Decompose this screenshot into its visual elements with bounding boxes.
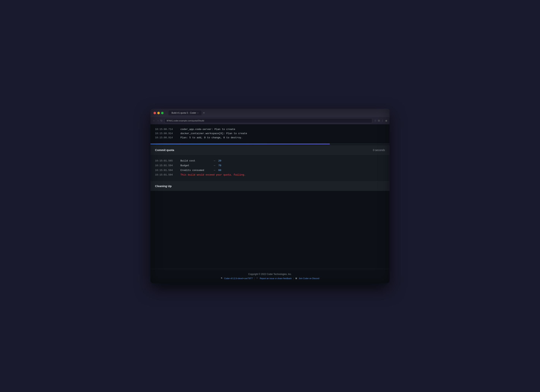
log-quota-error: 10:15:01.594 This build would exceed you… xyxy=(155,173,385,177)
budget-dash: — xyxy=(214,164,215,167)
commit-quota-title: Commit quota xyxy=(155,148,174,152)
address-bar: ← → ↻ 9FAA1.coder.example.com/quota/5/bu… xyxy=(150,117,390,124)
log-msg-credits: Credits consumed — 60 xyxy=(180,168,221,173)
log-message-2: docker_container.workspace[0]: Plan to c… xyxy=(180,131,247,136)
separator-2: | xyxy=(293,277,294,280)
close-button[interactable] xyxy=(154,112,156,114)
log-msg-build-cost: Build cost — 20 xyxy=(180,159,221,163)
footer-copyright: Copyright © 2022 Coder Technologies, Inc… xyxy=(154,273,386,276)
log-timestamp-1: 10:15:00.714 xyxy=(155,127,176,131)
separator-1: | xyxy=(254,277,255,280)
credits-dash: — xyxy=(214,169,215,172)
log-msg-error: This build would exceed your quota. Fail… xyxy=(180,173,245,177)
nav-buttons: ← → ↻ xyxy=(153,119,163,122)
active-tab[interactable]: Build #1 quota 5 - Coder × xyxy=(169,111,201,115)
version-link[interactable]: Coder v0.12.6-devel+cee73f77 xyxy=(224,277,253,280)
log-message-1: coder_app.code-server: Plan to create xyxy=(180,127,235,131)
credits-value: 60 xyxy=(218,169,221,172)
log-credits-consumed: 10:15:01.594 Credits consumed — 60 xyxy=(155,168,385,173)
extension-icon[interactable]: ⧉ xyxy=(378,119,380,122)
cleaning-up-title: Cleaning Up xyxy=(155,184,172,188)
url-text: 9FAA1.coder.example.com/quota/5/build xyxy=(167,120,204,122)
build-cost-label: Build cost xyxy=(180,159,211,163)
commit-quota-header: Commit quota 0 seconds xyxy=(150,145,390,155)
log-msg-budget: Budget — 70 xyxy=(180,163,221,168)
commit-quota-duration: 0 seconds xyxy=(373,149,385,152)
issue-link[interactable]: Report an issue or share feedback xyxy=(260,277,292,280)
tab-close-icon[interactable]: × xyxy=(197,112,199,114)
footer-links: ⚑ Coder v0.12.6-devel+cee73f77 | ⚐ Repor… xyxy=(154,277,386,280)
build-cost-value: 20 xyxy=(218,159,221,162)
footer: Copyright © 2022 Coder Technologies, Inc… xyxy=(150,269,390,283)
content-spacer xyxy=(150,191,390,269)
terminal-log: 10:15:00.714 coder_app.code-server: Plan… xyxy=(150,124,390,143)
discord-link[interactable]: Join Coder on Discord xyxy=(299,277,319,280)
progress-fill xyxy=(150,144,330,144)
progress-bar-container xyxy=(150,143,390,145)
tab-area: Build #1 quota 5 - Coder × + xyxy=(169,111,386,115)
cleaning-up-section: Cleaning Up xyxy=(150,181,390,191)
credits-label: Credits consumed xyxy=(180,168,211,173)
log-message-3: Plan: 5 to add, 0 to change, 0 to destro… xyxy=(180,136,243,140)
log-line-2: 10:15:00.914 docker_container.workspace[… xyxy=(155,131,385,136)
menu-icon[interactable]: ⋮ xyxy=(381,119,384,122)
url-bar[interactable]: 9FAA1.coder.example.com/quota/5/build xyxy=(165,118,372,123)
commit-quota-section: Commit quota 0 seconds 10:15:01.565 Buil… xyxy=(150,145,390,181)
traffic-lights xyxy=(154,112,164,114)
log-ts-budget: 10:15:01.594 xyxy=(155,163,176,168)
new-tab-button[interactable]: + xyxy=(203,111,205,115)
issue-icon: ⚐ xyxy=(256,277,258,280)
build-cost-dash: — xyxy=(214,159,215,162)
toolbar-icons: ☆ ⧉ ⋮ ◉ xyxy=(374,119,387,122)
version-icon: ⚑ xyxy=(221,277,223,280)
log-timestamp-3: 10:15:00.914 xyxy=(155,136,176,140)
log-timestamp-2: 10:15:00.914 xyxy=(155,131,176,136)
bookmark-icon[interactable]: ☆ xyxy=(374,119,376,122)
log-line-3: 10:15:00.914 Plan: 5 to add, 0 to change… xyxy=(155,136,385,140)
main-content: 10:15:00.714 coder_app.code-server: Plan… xyxy=(150,124,390,283)
reload-button[interactable]: ↻ xyxy=(160,119,163,122)
budget-label: Budget xyxy=(180,163,211,168)
back-button[interactable]: ← xyxy=(153,119,155,122)
discord-icon: ▣ xyxy=(295,277,297,280)
browser-window: Build #1 quota 5 - Coder × + ← → ↻ 9FAA1… xyxy=(150,109,390,283)
log-line-1: 10:15:00.714 coder_app.code-server: Plan… xyxy=(155,127,385,131)
minimize-button[interactable] xyxy=(157,112,160,114)
profile-icon[interactable]: ◉ xyxy=(385,119,387,122)
tab-title: Build #1 quota 5 - Coder xyxy=(171,111,196,114)
log-build-cost: 10:15:01.565 Build cost — 20 xyxy=(155,159,385,163)
log-ts-credits: 10:15:01.594 xyxy=(155,168,176,173)
log-budget: 10:15:01.594 Budget — 70 xyxy=(155,163,385,168)
title-bar: Build #1 quota 5 - Coder × + xyxy=(150,109,390,117)
budget-value: 70 xyxy=(218,164,221,167)
log-ts-error: 10:15:01.594 xyxy=(155,173,176,177)
commit-quota-logs: 10:15:01.565 Build cost — 20 10:15:01.59… xyxy=(150,155,390,181)
progress-bar xyxy=(150,144,390,144)
maximize-button[interactable] xyxy=(161,112,164,114)
log-ts-build-cost: 10:15:01.565 xyxy=(155,159,176,163)
forward-button[interactable]: → xyxy=(156,119,159,122)
